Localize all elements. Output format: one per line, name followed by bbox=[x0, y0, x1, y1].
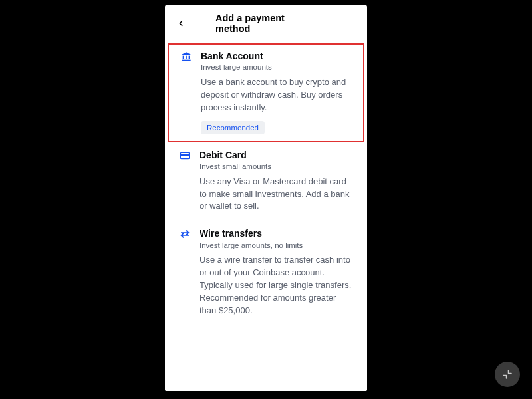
option-subtitle: Invest large amounts bbox=[201, 63, 352, 72]
option-description: Use any Visa or Mastercard debit card to… bbox=[200, 176, 354, 213]
option-title: Debit Card bbox=[200, 149, 354, 161]
payment-option-debit-card[interactable]: Debit Card Invest small amounts Use any … bbox=[165, 142, 367, 221]
card-icon bbox=[180, 149, 193, 213]
minimize-fab[interactable] bbox=[495, 362, 520, 387]
payment-option-wire-transfer[interactable]: Wire transfers Invest large amounts, no … bbox=[165, 221, 367, 325]
payment-options-list: Bank Account Invest large amounts Use a … bbox=[165, 38, 367, 331]
option-description: Use a bank account to buy crypto and dep… bbox=[201, 76, 352, 114]
option-subtitle: Invest large amounts, no limits bbox=[200, 241, 354, 251]
option-content: Bank Account Invest large amounts Use a … bbox=[194, 50, 352, 134]
page-title: Add a payment method bbox=[215, 13, 317, 34]
svg-rect-3 bbox=[182, 60, 190, 61]
option-content: Debit Card Invest small amounts Use any … bbox=[193, 149, 354, 213]
chevron-left-icon bbox=[176, 19, 186, 28]
option-title: Wire transfers bbox=[200, 227, 354, 239]
back-button[interactable] bbox=[173, 15, 189, 31]
header: Add a payment method bbox=[165, 5, 367, 38]
option-subtitle: Invest small amounts bbox=[200, 162, 354, 172]
svg-rect-0 bbox=[183, 56, 184, 59]
option-description: Use a wire transfer to transfer cash int… bbox=[200, 254, 354, 317]
bank-icon bbox=[181, 50, 194, 134]
payment-method-screen: Add a payment method Bank Account Invest… bbox=[165, 5, 367, 391]
payment-option-bank-account[interactable]: Bank Account Invest large amounts Use a … bbox=[168, 43, 364, 142]
option-title: Bank Account bbox=[201, 50, 352, 62]
collapse-icon bbox=[501, 368, 513, 380]
recommended-badge: Recommended bbox=[201, 121, 265, 134]
transfer-icon bbox=[180, 227, 193, 317]
svg-rect-2 bbox=[189, 56, 190, 59]
svg-rect-1 bbox=[186, 56, 187, 59]
option-content: Wire transfers Invest large amounts, no … bbox=[193, 227, 354, 317]
svg-rect-5 bbox=[180, 154, 189, 156]
